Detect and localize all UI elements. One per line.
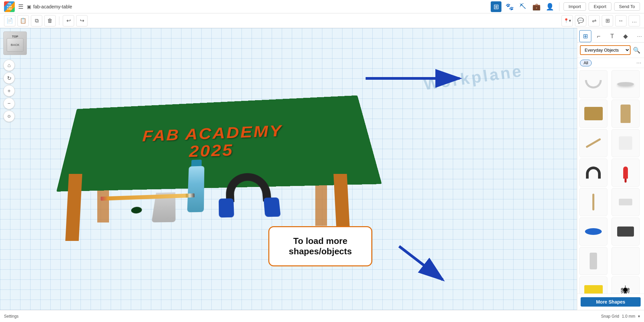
undo-button[interactable]: ↩ [63,15,74,26]
zoom-out-button[interactable]: − [3,98,15,109]
callout-text: To load more shapes/objects [275,236,366,257]
carpet-shape-icon [584,107,603,120]
pencil-object[interactable] [101,193,195,201]
empty3-shape-icon [619,254,632,268]
account-button[interactable]: 👤 [544,1,555,12]
document-title: ▣ fab-academy-table [27,4,72,9]
workplane-label: Workplane [422,61,524,93]
align-button[interactable]: ⊞ [602,15,613,26]
tinkercad-logo: TINKERCAD [4,1,15,12]
delete-button[interactable]: 🗑 [44,15,56,26]
shape-pin-item[interactable] [611,158,640,187]
snap-grid-value: 1.0 mm [622,314,635,319]
paw-button[interactable]: 🐾 [504,1,515,12]
mirror-button[interactable]: ⇌ [588,15,600,26]
orbit-button[interactable]: ↻ [3,72,15,84]
shape-stapler-item[interactable] [611,217,640,246]
category-dropdown[interactable]: Everyday Objects [580,45,631,55]
bowl-shape-icon [585,80,602,88]
main-area: Workplane TOP BACK ⌂ ↻ ＋ − ⊙ [0,28,644,310]
svg-line-3 [399,246,443,280]
location-button[interactable]: 📍▾ [561,15,573,26]
headphones-ear-right [264,197,281,217]
stick-shape-icon [586,138,601,148]
water-bottle-object[interactable] [187,159,205,214]
filter-all-chip[interactable]: All [580,60,592,66]
canvas-area[interactable]: Workplane TOP BACK ⌂ ↻ ＋ − ⊙ [0,28,577,310]
cube-top-label: TOP [12,35,18,38]
copy-button[interactable]: 📋 [17,15,29,26]
send-to-button[interactable]: Send To [614,2,640,11]
headphones-ear-left [219,198,234,217]
shape-headphones-item[interactable] [579,158,607,187]
import-button[interactable]: Import [564,2,586,11]
shape-empty3[interactable] [611,247,640,275]
table-top[interactable]: FAB ACADEMY 2025 [56,95,382,192]
shape-bowl[interactable] [579,70,607,98]
left-controls: TOP BACK ⌂ ↻ ＋ − ⊙ [3,31,27,122]
shape-yellow-item[interactable] [579,276,607,294]
redo-button[interactable]: ↪ [76,15,88,26]
table-hole [131,207,142,213]
more-shapes-button[interactable]: More Shapes [581,297,641,307]
snap-grid-arrow[interactable]: ▾ [638,314,640,319]
menu-icon[interactable]: ☰ [18,3,23,10]
shape-stick-item[interactable] [579,129,607,157]
shapes-tab-corner[interactable]: ⌐ [593,30,605,42]
duplicate-button[interactable]: ⧉ [31,15,42,26]
shapes-grid [577,68,644,294]
right-panel-bottom: More Shapes [577,294,644,310]
shape-empty2[interactable] [611,188,640,216]
speech-bubble-button[interactable]: 💬 [575,15,586,26]
zoom-in-button[interactable]: ＋ [3,85,15,96]
shape-cylinder-obj[interactable] [611,100,640,128]
category-selector: Everyday Objects 🔍 [577,43,644,58]
shape-bottle-item[interactable] [579,247,607,275]
filter-row: All ··· [577,58,644,68]
callout-box: To load more shapes/objects [268,226,372,266]
grid-view-button[interactable]: ⊞ [491,1,501,12]
3d-scene: FAB ACADEMY 2025 [27,55,396,306]
yellow-rect-shape-icon [584,285,603,294]
right-shapes-panel: ⊞ ⌐ T ◆ ··· Everyday Objects 🔍 All ··· [577,28,644,310]
stick2-shape-icon [592,194,594,210]
bottle-shape-icon [590,253,597,269]
more-tabs-icon[interactable]: ··· [637,30,642,42]
bottom-bar: Settings Snap Grid 1.0 mm ▾ [0,310,644,322]
briefcase-button[interactable]: 💼 [531,1,542,12]
top-bar: TINKERCAD ☰ ▣ fab-academy-table ⊞ 🐾 ⛏ 💼 … [0,0,644,13]
edit-toolbar: 📄 📋 ⧉ 🗑 ↩ ↪ 📍▾ 💬 ⇌ ⊞ ↔ … [0,13,644,28]
cube-back-label: BACK [11,43,19,47]
nav-buttons: ⌂ ↻ ＋ − ⊙ [3,60,27,122]
home-view-button[interactable]: ⌂ [3,60,15,71]
filter-more-button[interactable]: ··· [636,59,641,66]
shape-empty[interactable] [611,129,640,157]
shapes-tab-grid[interactable]: ⊞ [579,30,591,42]
spider-shape-icon [619,284,632,294]
view-toolbar: 📍▾ 💬 ⇌ ⊞ ↔ … [561,15,640,26]
pin-shape-icon [623,167,628,179]
headphones-arc [225,173,271,202]
stapler-shape-icon [617,227,634,237]
headphones-object[interactable] [218,172,281,221]
empty-shape-icon [619,136,632,150]
empty2-shape-icon [619,199,632,205]
search-button[interactable]: 🔍 [632,46,641,55]
shape-plate[interactable] [611,70,640,98]
new-button[interactable]: 📄 [4,15,15,26]
shape-blue-disc-item[interactable] [579,217,607,246]
export-button[interactable]: Export [589,2,611,11]
shape-carpet[interactable] [579,100,607,128]
flip-button[interactable]: ↔ [615,15,627,26]
shape-spider-item[interactable] [611,276,640,294]
shapes-tab-community[interactable]: ◆ [620,30,632,42]
snap-grid-label: Snap Grid [601,314,619,319]
shape-stick2-item[interactable] [579,188,607,216]
more-tools-button[interactable]: … [629,15,640,26]
shapes-tab-text[interactable]: T [606,30,618,42]
settings-label: Settings [4,314,18,319]
table-engraved-text: FAB ACADEMY 2025 [141,122,285,162]
tools-button[interactable]: ⛏ [518,1,528,12]
zoom-fit-button[interactable]: ⊙ [3,111,15,122]
view-cube[interactable]: TOP BACK [3,31,27,55]
